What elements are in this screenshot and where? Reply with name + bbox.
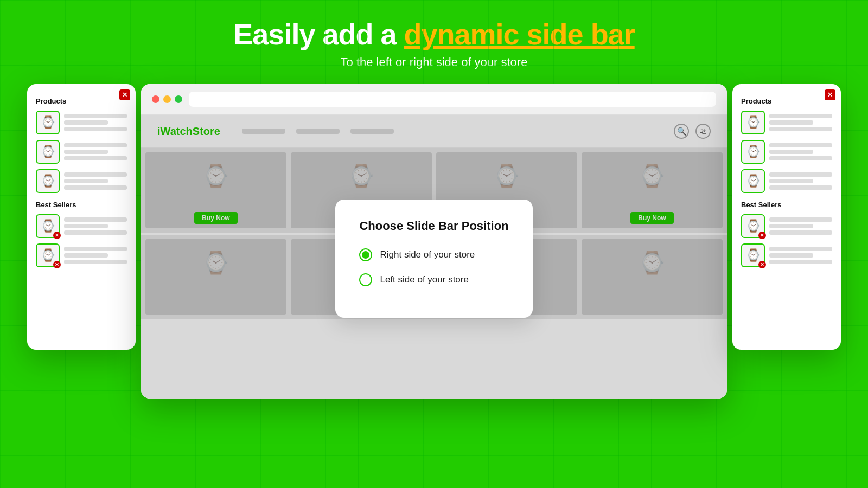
left-product-lines-2 bbox=[64, 143, 127, 160]
right-panel-best-sellers-title: Best Sellers bbox=[741, 201, 832, 209]
left-panel-products-title: Products bbox=[36, 97, 127, 105]
line bbox=[64, 143, 127, 147]
line bbox=[64, 114, 127, 118]
right-product-thumb-3: ⌚ bbox=[741, 169, 765, 193]
left-product-thumb-1: ⌚ bbox=[36, 111, 60, 134]
address-bar[interactable] bbox=[189, 92, 716, 107]
radio-label-left: Left side of your store bbox=[380, 274, 468, 285]
right-bs-lines-2 bbox=[769, 247, 832, 264]
close-traffic-light[interactable] bbox=[152, 95, 159, 103]
left-product-lines-1 bbox=[64, 114, 127, 131]
radio-option-left[interactable]: Left side of your store bbox=[359, 273, 508, 286]
watch-icon-2: ⌚ bbox=[41, 145, 55, 159]
left-product-thumb-2: ⌚ bbox=[36, 140, 60, 164]
right-bs-lines-1 bbox=[769, 217, 832, 235]
right-panel: ✕ Products ⌚ ⌚ ⌚ Best Sellers bbox=[732, 84, 841, 350]
line bbox=[64, 150, 108, 154]
remove-badge-left-1[interactable]: ✕ bbox=[53, 232, 61, 239]
watch-icon-rbs-1: ⌚ bbox=[746, 219, 761, 233]
hero-title-highlight: dynamic side bar bbox=[404, 18, 634, 50]
right-best-seller-item-2: ⌚ ✕ bbox=[741, 243, 832, 267]
traffic-lights bbox=[152, 95, 182, 103]
browser-content: iWatchStore 🔍 🛍 Buy Now Buy Now Buy Now bbox=[141, 115, 727, 399]
remove-badge-right-1[interactable]: ✕ bbox=[758, 232, 766, 239]
right-product-lines-3 bbox=[769, 172, 832, 190]
minimize-traffic-light[interactable] bbox=[163, 95, 171, 103]
right-product-item-2: ⌚ bbox=[741, 140, 832, 164]
hero-section: Easily add a dynamic side bar bbox=[0, 0, 868, 51]
line bbox=[769, 179, 813, 183]
right-panel-close-button[interactable]: ✕ bbox=[825, 89, 835, 100]
line bbox=[769, 156, 832, 160]
line bbox=[64, 230, 127, 235]
line bbox=[769, 172, 832, 177]
radio-label-right: Right side of your store bbox=[380, 249, 475, 260]
line bbox=[64, 247, 127, 251]
line bbox=[64, 260, 127, 264]
line bbox=[769, 260, 832, 264]
left-panel-best-sellers-title: Best Sellers bbox=[36, 201, 127, 209]
left-product-thumb-3: ⌚ bbox=[36, 169, 60, 193]
line bbox=[769, 150, 813, 154]
left-bs-lines-2 bbox=[64, 247, 127, 264]
right-best-seller-item-1: ⌚ ✕ bbox=[741, 214, 832, 238]
watch-icon-bs-1: ⌚ bbox=[41, 219, 55, 233]
watch-icon-r-2: ⌚ bbox=[746, 145, 761, 159]
line bbox=[769, 143, 832, 147]
line bbox=[769, 114, 832, 118]
right-product-lines-2 bbox=[769, 143, 832, 160]
line bbox=[769, 230, 832, 235]
modal-title: Choose Slide Bar Position bbox=[359, 219, 508, 233]
line bbox=[769, 127, 832, 131]
line bbox=[64, 179, 108, 183]
right-product-thumb-2: ⌚ bbox=[741, 140, 765, 164]
left-bs-lines-1 bbox=[64, 217, 127, 235]
line bbox=[64, 185, 127, 190]
right-bs-thumb-wrapper-2: ⌚ ✕ bbox=[741, 243, 765, 267]
browser-window: iWatchStore 🔍 🛍 Buy Now Buy Now Buy Now bbox=[141, 84, 727, 399]
left-bs-thumb-wrapper-2: ⌚ ✕ bbox=[36, 243, 60, 267]
remove-badge-right-2[interactable]: ✕ bbox=[758, 261, 766, 268]
line bbox=[64, 120, 108, 125]
maximize-traffic-light[interactable] bbox=[175, 95, 182, 103]
watch-icon-r-1: ⌚ bbox=[746, 115, 761, 130]
remove-badge-left-2[interactable]: ✕ bbox=[53, 261, 61, 268]
right-product-thumb-1: ⌚ bbox=[741, 111, 765, 134]
line bbox=[769, 185, 832, 190]
line bbox=[64, 172, 127, 177]
hero-title: Easily add a dynamic side bar bbox=[0, 17, 868, 51]
hero-title-prefix: Easily add a bbox=[233, 18, 404, 50]
right-product-lines-1 bbox=[769, 114, 832, 131]
radio-option-right[interactable]: Right side of your store bbox=[359, 248, 508, 261]
radio-outer-right bbox=[359, 248, 372, 261]
left-best-seller-item-1: ⌚ ✕ bbox=[36, 214, 127, 238]
line bbox=[769, 247, 832, 251]
right-product-item-1: ⌚ bbox=[741, 111, 832, 134]
line bbox=[769, 217, 832, 222]
left-product-lines-3 bbox=[64, 172, 127, 190]
line bbox=[64, 217, 127, 222]
radio-outer-left bbox=[359, 273, 372, 286]
left-product-item-2: ⌚ bbox=[36, 140, 127, 164]
left-best-seller-item-2: ⌚ ✕ bbox=[36, 243, 127, 267]
left-product-item-3: ⌚ bbox=[36, 169, 127, 193]
line bbox=[769, 224, 813, 228]
hero-subtitle: To the left or right side of your store bbox=[0, 55, 868, 69]
watch-icon-rbs-2: ⌚ bbox=[746, 248, 761, 262]
radio-inner-right bbox=[362, 251, 369, 259]
left-panel-close-button[interactable]: ✕ bbox=[119, 89, 130, 100]
line bbox=[769, 120, 813, 125]
watch-icon-1: ⌚ bbox=[41, 115, 55, 130]
right-panel-products-title: Products bbox=[741, 97, 832, 105]
left-panel: ✕ Products ⌚ ⌚ ⌚ Best Sellers bbox=[27, 84, 136, 350]
line bbox=[64, 253, 108, 258]
watch-icon-bs-2: ⌚ bbox=[41, 248, 55, 262]
modal-overlay: Choose Slide Bar Position Right side of … bbox=[141, 115, 727, 399]
left-bs-thumb-wrapper-1: ⌚ ✕ bbox=[36, 214, 60, 238]
watch-icon-r-3: ⌚ bbox=[746, 174, 761, 188]
line bbox=[769, 253, 813, 258]
line bbox=[64, 156, 127, 160]
line bbox=[64, 224, 108, 228]
right-bs-thumb-wrapper-1: ⌚ ✕ bbox=[741, 214, 765, 238]
browser-chrome bbox=[141, 84, 727, 115]
